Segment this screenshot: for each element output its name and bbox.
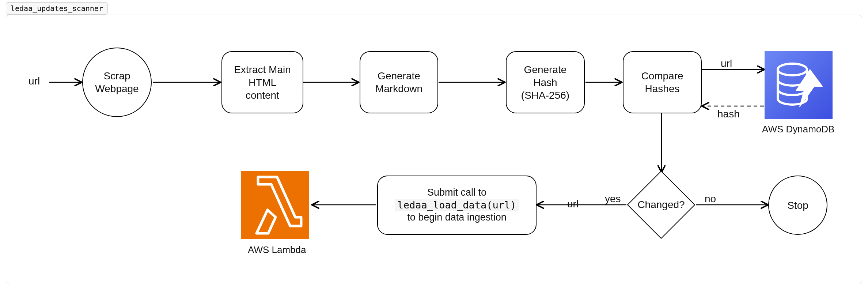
node-scrap-webpage-label: Scrap Webpage [95, 69, 139, 95]
edge-label-yes-text: yes [605, 193, 621, 204]
node-changed-decision: Changed? [637, 181, 685, 229]
node-stop-label: Stop [787, 199, 808, 212]
aws-lambda-caption-text: AWS Lambda [248, 244, 306, 255]
node-scrap-webpage: Scrap Webpage [82, 48, 152, 117]
node-stop: Stop [768, 176, 827, 235]
edge-label-url-to-dynamo-text: url [721, 58, 732, 69]
node-submit-code: ledaa_load_data(url) [395, 199, 519, 211]
edge-label-url-to-submit-text: url [567, 198, 579, 210]
node-compare-hashes: Compare Hashes [623, 51, 702, 113]
node-generate-markdown: Generate Markdown [360, 51, 438, 113]
edge-label-url-to-submit: url [567, 198, 579, 210]
node-extract-html: Extract Main HTML content [221, 51, 303, 113]
node-generate-hash: Generate Hash (SHA-256) [506, 51, 585, 113]
node-generate-hash-label: Generate Hash (SHA-256) [521, 63, 569, 102]
diagram-canvas: ledaa_updates_scanner url [0, 0, 868, 290]
aws-lambda-caption: AWS Lambda [248, 244, 306, 256]
node-submit-content: Submit call to ledaa_load_data(url) to b… [395, 187, 519, 224]
node-generate-markdown-label: Generate Markdown [375, 69, 422, 95]
node-submit-line1: Submit call to [395, 187, 519, 199]
input-url-text: url [29, 75, 40, 87]
svg-rect-13 [241, 171, 309, 239]
node-changed-label-wrap: Changed? [637, 181, 685, 229]
node-extract-html-label: Extract Main HTML content [234, 63, 291, 102]
node-compare-hashes-label: Compare Hashes [641, 69, 683, 95]
aws-dynamodb-icon [765, 51, 833, 119]
node-submit-line3: to begin data ingestion [395, 211, 519, 224]
edge-label-no: no [705, 193, 716, 205]
frame-tag: ledaa_updates_scanner [6, 2, 108, 15]
aws-dynamodb-caption-text: AWS DynamoDB [762, 124, 834, 135]
edge-label-yes: yes [605, 193, 621, 205]
edge-label-no-text: no [705, 193, 716, 204]
edge-label-url-to-dynamo: url [721, 58, 732, 69]
edge-label-hash-from-dynamo: hash [717, 108, 740, 120]
node-submit-line2: ledaa_load_data(url) [395, 199, 519, 212]
aws-dynamodb-caption: AWS DynamoDB [762, 124, 834, 135]
input-url-label: url [29, 75, 40, 87]
frame-tag-text: ledaa_updates_scanner [11, 4, 103, 13]
node-submit-call: Submit call to ledaa_load_data(url) to b… [377, 176, 537, 235]
node-changed-label: Changed? [637, 199, 685, 211]
edge-label-hash-from-dynamo-text: hash [717, 108, 740, 120]
aws-lambda-icon [241, 171, 309, 239]
